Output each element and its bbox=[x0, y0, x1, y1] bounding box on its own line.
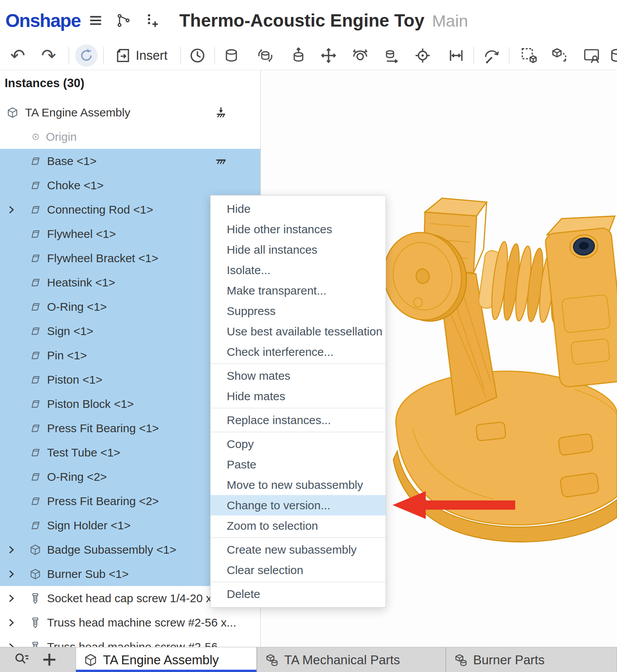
menu-item-show-mates[interactable]: Show mates bbox=[211, 365, 386, 386]
fastened-mate-icon[interactable] bbox=[414, 47, 431, 64]
instance-label: Badge Subassembly <1> bbox=[47, 543, 176, 556]
instance-label: Truss head machine screw #2-56... bbox=[47, 640, 227, 647]
snap-mode-icon[interactable] bbox=[483, 47, 500, 64]
instance-label: Piston Block <1> bbox=[47, 397, 134, 411]
assembly-icon bbox=[29, 568, 41, 580]
instance-label: Flywheel <1> bbox=[47, 227, 116, 241]
instance-label: Flywheel Bracket <1> bbox=[47, 252, 158, 265]
menu-item-copy[interactable]: Copy bbox=[211, 434, 386, 454]
chevron-right-icon[interactable] bbox=[6, 544, 17, 555]
assembly-icon bbox=[29, 544, 41, 556]
chevron-right-icon[interactable] bbox=[6, 642, 17, 647]
menu-item-zoom-to-selection[interactable]: Zoom to selection bbox=[211, 515, 386, 536]
instance-label: Burner Sub <1> bbox=[47, 568, 129, 581]
menu-item-replace-instances[interactable]: Replace instances... bbox=[211, 410, 386, 430]
tab-ta-engine-assembly[interactable]: TA Engine Assembly bbox=[76, 647, 257, 672]
cylindrical-mate-icon[interactable] bbox=[290, 47, 307, 64]
toolbar-separator bbox=[69, 47, 69, 64]
tree-row-truss-head-machine-screw[interactable]: Truss head machine screw #2-56 x... bbox=[0, 610, 260, 635]
width-mate-icon[interactable] bbox=[448, 47, 465, 64]
instance-label: Test Tube <1> bbox=[47, 446, 120, 459]
revolute-mate-icon[interactable] bbox=[257, 47, 274, 64]
new-tab-icon[interactable] bbox=[41, 651, 58, 668]
menu-item-paste[interactable]: Paste bbox=[211, 454, 386, 475]
instance-label: TA Engine Assembly bbox=[25, 106, 130, 119]
instance-label: Press Fit Bearing <1> bbox=[47, 422, 159, 435]
menu-item-create-new-subassembly[interactable]: Create new subassembly bbox=[211, 539, 386, 560]
part-icon bbox=[29, 179, 41, 191]
part-studio-icon bbox=[265, 653, 279, 667]
workspace-name: Main bbox=[432, 12, 468, 30]
instance-label: Sign <1> bbox=[47, 325, 93, 338]
tree-row-ta-engine-assembly[interactable]: TA Engine Assembly bbox=[0, 100, 260, 125]
tree-row-base[interactable]: Base <1> bbox=[0, 149, 260, 173]
instance-label: Base <1> bbox=[47, 155, 96, 168]
menu-item-hide-mates[interactable]: Hide mates bbox=[211, 386, 386, 406]
planar-mate-icon[interactable] bbox=[320, 47, 337, 64]
chevron-right-icon[interactable] bbox=[6, 569, 17, 579]
insert-label: Insert bbox=[136, 48, 168, 63]
chevron-right-icon[interactable] bbox=[6, 617, 17, 628]
toolbar-more-icon[interactable] bbox=[608, 47, 617, 64]
part-studio-icon bbox=[454, 653, 468, 667]
share-add-icon[interactable] bbox=[144, 13, 160, 28]
tree-row-truss-head-machine-screw-2[interactable]: Truss head machine screw #2-56... bbox=[0, 635, 260, 647]
menu-item-delete[interactable]: Delete bbox=[211, 584, 386, 604]
part-icon bbox=[29, 495, 41, 507]
toolbar-separator bbox=[180, 47, 181, 64]
part-icon bbox=[29, 471, 41, 483]
update-document-icon[interactable] bbox=[75, 44, 98, 67]
menu-item-isolate[interactable]: Isolate... bbox=[211, 260, 386, 280]
toolbar-separator bbox=[103, 47, 104, 64]
instance-label: Connecting Rod <1> bbox=[47, 203, 153, 216]
pin-slot-mate-icon[interactable] bbox=[383, 47, 400, 64]
part-icon bbox=[29, 446, 41, 458]
app-header: Onshape Thermo-Acoustic Engine ToyMain bbox=[0, 0, 617, 41]
menu-item-change-to-version[interactable]: Change to version... bbox=[211, 495, 386, 515]
instance-label: Socket head cap screw 1/4-20 x 0.... bbox=[47, 592, 234, 605]
chevron-right-icon[interactable] bbox=[6, 593, 17, 603]
menu-item-hide-other-instances[interactable]: Hide other instances bbox=[211, 219, 386, 239]
group-icon[interactable] bbox=[520, 47, 538, 64]
replicate-icon[interactable] bbox=[551, 47, 569, 64]
assembly-toolbar: ↶ ↷ Insert bbox=[0, 41, 617, 70]
insert-button[interactable]: Insert bbox=[115, 41, 168, 70]
menu-item-make-transparent[interactable]: Make transparent... bbox=[211, 280, 386, 301]
ball-mate-icon[interactable] bbox=[352, 47, 369, 64]
mate-connector-icon[interactable] bbox=[223, 47, 240, 64]
hamburger-menu-icon[interactable] bbox=[88, 13, 103, 28]
menu-item-use-best-available-tessellation[interactable]: Use best available tessellation bbox=[211, 321, 386, 342]
origin-icon bbox=[31, 132, 40, 141]
toolbar-separator bbox=[474, 47, 474, 64]
menu-item-clear-selection[interactable]: Clear selection bbox=[211, 560, 386, 580]
menu-separator bbox=[211, 432, 386, 432]
annotation-arrow bbox=[390, 489, 518, 521]
menu-item-hide[interactable]: Hide bbox=[211, 199, 386, 219]
instance-label: Sign Holder <1> bbox=[47, 519, 131, 532]
undo-icon[interactable]: ↶ bbox=[10, 47, 25, 64]
tree-row-choke[interactable]: Choke <1> bbox=[0, 173, 260, 197]
search-tabs-icon[interactable] bbox=[13, 652, 30, 668]
document-title-text: Thermo-Acoustic Engine Toy bbox=[179, 10, 425, 30]
tab-ta-mechanical-parts[interactable]: TA Mechanical Parts bbox=[257, 647, 446, 672]
chevron-right-icon[interactable] bbox=[6, 204, 17, 215]
onshape-logo[interactable]: Onshape bbox=[5, 10, 81, 31]
tree-row-origin[interactable]: Origin bbox=[0, 125, 260, 149]
menu-item-hide-all-instances[interactable]: Hide all instances bbox=[211, 239, 386, 260]
menu-item-check-interference[interactable]: Check interference... bbox=[211, 342, 386, 362]
instance-label: Truss head machine screw #2-56 x... bbox=[47, 616, 236, 629]
context-menu: Hide Hide other instances Hide all insta… bbox=[210, 195, 386, 608]
menu-item-suppress[interactable]: Suppress bbox=[211, 301, 386, 321]
versions-icon[interactable] bbox=[116, 13, 131, 28]
assembly-icon bbox=[84, 653, 98, 667]
menu-item-move-to-new-subassembly[interactable]: Move to new subassembly bbox=[211, 475, 386, 495]
screw-icon bbox=[29, 616, 41, 628]
part-icon bbox=[29, 301, 41, 313]
assembly-icon bbox=[7, 106, 19, 118]
redo-icon[interactable]: ↷ bbox=[41, 47, 56, 64]
document-title: Thermo-Acoustic Engine ToyMain bbox=[179, 10, 468, 31]
history-icon[interactable] bbox=[189, 47, 206, 64]
tab-label: Burner Parts bbox=[473, 653, 545, 667]
tab-burner-parts[interactable]: Burner Parts bbox=[446, 647, 617, 672]
named-positions-icon[interactable] bbox=[583, 47, 600, 64]
